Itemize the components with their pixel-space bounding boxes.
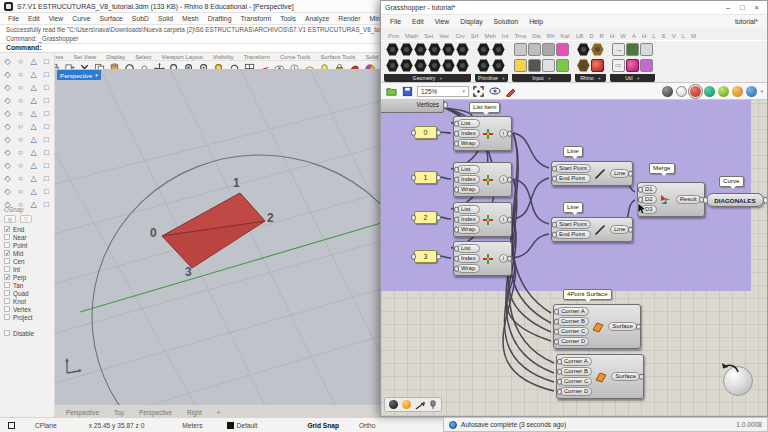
input-component-icon[interactable]: [542, 43, 555, 56]
status-layer[interactable]: Default: [237, 422, 258, 429]
gh-category-tab[interactable]: Vec: [436, 32, 452, 40]
output-surface[interactable]: Surface: [611, 372, 640, 381]
input-component-icon[interactable]: [514, 43, 527, 56]
tool-icon[interactable]: □: [40, 146, 53, 159]
osnap-checkbox[interactable]: End: [4, 225, 51, 233]
input-corner-b[interactable]: Corner B: [557, 317, 589, 326]
tool-icon[interactable]: □: [40, 68, 53, 81]
number-panel-1[interactable]: 1: [414, 171, 437, 184]
checkbox[interactable]: [4, 298, 10, 304]
tool-icon[interactable]: ○: [14, 146, 27, 159]
osnap-disable-checkbox[interactable]: Disable: [4, 329, 51, 337]
tool-icon[interactable]: ◇: [1, 68, 14, 81]
geometry-component-icon[interactable]: [400, 59, 413, 72]
rhino-menu-item[interactable]: View: [49, 15, 64, 22]
geometry-component-icon[interactable]: [386, 43, 399, 56]
input-corner-c[interactable]: Corner C: [560, 377, 592, 386]
preview-custom-icon[interactable]: [704, 86, 715, 97]
preview-green-icon[interactable]: [718, 86, 729, 97]
tool-icon[interactable]: ◇: [1, 172, 14, 185]
rhino-menu-item[interactable]: Surface: [99, 15, 122, 22]
number-panel-0[interactable]: 0: [414, 126, 437, 139]
tool-icon[interactable]: △: [27, 185, 40, 198]
merge-component[interactable]: D1 D2 D3 Result: [637, 182, 705, 217]
tool-icon[interactable]: ○: [14, 94, 27, 107]
open-document-icon[interactable]: [385, 85, 398, 98]
input-index[interactable]: Index: [457, 129, 480, 138]
input-component-icon[interactable]: [514, 59, 527, 72]
checkbox[interactable]: [4, 266, 10, 272]
rhino-menu-item[interactable]: Edit: [28, 15, 40, 22]
dart-icon[interactable]: [415, 400, 425, 410]
rhino-menu-item[interactable]: Solid: [158, 15, 173, 22]
input-corner-a[interactable]: Corner A: [560, 357, 592, 366]
orange-sphere-icon[interactable]: [402, 400, 411, 409]
geometry-component-icon[interactable]: [428, 43, 441, 56]
toolbar-tab[interactable]: Display: [106, 54, 125, 60]
toolbar-tab[interactable]: Visibility: [213, 54, 234, 60]
osnap-settings-button[interactable]: ◎: [4, 215, 16, 223]
line-component[interactable]: Start Point End Point Line: [551, 217, 633, 242]
gh-menu-item[interactable]: File: [390, 18, 401, 25]
output-line[interactable]: Line: [610, 169, 629, 178]
save-document-icon[interactable]: [401, 85, 414, 98]
input-corner-d[interactable]: Corner D: [560, 387, 592, 396]
input-corner-b[interactable]: Corner B: [560, 367, 592, 376]
tool-icon[interactable]: □: [40, 94, 53, 107]
gh-category-tab[interactable]: A: [629, 32, 639, 40]
geometry-component-icon[interactable]: [442, 59, 455, 72]
input-wrap[interactable]: Wrap: [457, 139, 480, 148]
input-wrap[interactable]: Wrap: [457, 225, 480, 234]
tool-icon[interactable]: ○: [14, 120, 27, 133]
tool-icon[interactable]: ◇: [1, 120, 14, 133]
vertices-output-node[interactable]: Vertices: [381, 100, 444, 113]
pin-icon[interactable]: [429, 400, 437, 410]
preview-blue-icon[interactable]: [746, 86, 757, 97]
osnap-checkbox[interactable]: Cen: [4, 257, 51, 265]
primitive-component-icon[interactable]: [492, 59, 505, 72]
gh-category-tab[interactable]: Math: [402, 32, 421, 40]
tool-icon[interactable]: ○: [14, 68, 27, 81]
gh-category-tab[interactable]: D: [586, 32, 596, 40]
gh-category-tab[interactable]: L: [649, 32, 658, 40]
rhino-menu-item[interactable]: Drafting: [208, 15, 232, 22]
input-component-icon[interactable]: [556, 59, 569, 72]
checkbox[interactable]: [4, 282, 10, 288]
primitive-component-icon[interactable]: [492, 43, 505, 56]
gh-category-tab[interactable]: Rh: [544, 32, 558, 40]
gh-menu-item[interactable]: Display: [460, 18, 482, 25]
list-item-component[interactable]: List Index Wrap i: [453, 202, 512, 237]
tool-icon[interactable]: ○: [14, 133, 27, 146]
output-result[interactable]: Result: [676, 195, 701, 204]
toolbar-tab[interactable]: Select: [135, 54, 151, 60]
input-list[interactable]: List: [457, 165, 480, 174]
checkbox[interactable]: [4, 330, 10, 336]
gh-category-tab[interactable]: R: [597, 32, 607, 40]
tool-icon[interactable]: △: [27, 133, 40, 146]
status-cplane[interactable]: CPlane: [25, 422, 67, 429]
osnap-checkbox[interactable]: Quad: [4, 289, 51, 297]
osnap-checkbox[interactable]: Project: [4, 313, 51, 321]
toolbar-tab[interactable]: Curve Tools: [280, 54, 311, 60]
curve-output-pill[interactable]: DIAGONALES: [706, 193, 764, 207]
gh-menu-item[interactable]: Edit: [412, 18, 424, 25]
viewport-tab[interactable]: Top: [107, 408, 131, 417]
checkbox[interactable]: [4, 274, 10, 280]
tool-icon[interactable]: ○: [14, 159, 27, 172]
geometry-component-icon[interactable]: [386, 59, 399, 72]
tool-icon[interactable]: ○: [14, 81, 27, 94]
checkbox[interactable]: [4, 314, 10, 320]
gh-category-tab[interactable]: Set: [421, 32, 436, 40]
rhino-menu-item[interactable]: Transform: [240, 15, 271, 22]
tool-icon[interactable]: △: [27, 120, 40, 133]
gh-category-tab[interactable]: Dis: [529, 32, 544, 40]
geometry-component-icon[interactable]: [414, 43, 427, 56]
gh-category-tab[interactable]: LB: [573, 32, 586, 40]
minimize-button[interactable]: –: [726, 3, 730, 12]
primitive-component-icon[interactable]: [477, 43, 490, 56]
viewport-tab[interactable]: Perspective: [59, 408, 106, 417]
gh-category-tab[interactable]: Crv: [452, 32, 467, 40]
input-index[interactable]: Index: [457, 215, 480, 224]
zoom-level-select[interactable]: 125% ▾: [417, 86, 469, 97]
input-list[interactable]: List: [457, 244, 480, 253]
